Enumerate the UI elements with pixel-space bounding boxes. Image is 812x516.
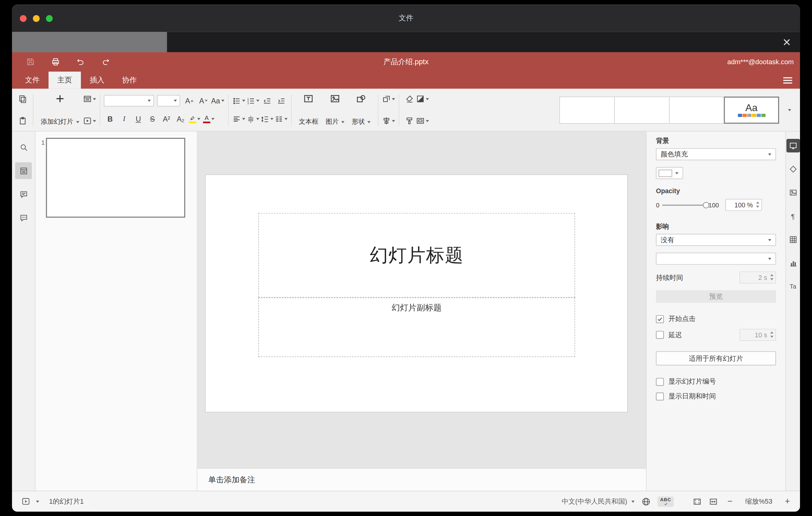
opacity-input[interactable]: 100 % <box>725 199 762 211</box>
comments-sidebar-button[interactable] <box>15 186 32 202</box>
undo-button[interactable] <box>75 56 86 67</box>
minimize-traffic-light[interactable] <box>33 15 40 22</box>
slide[interactable]: 幻灯片标题 幻灯片副标题 <box>205 175 627 412</box>
fit-slide-icon[interactable] <box>693 496 702 506</box>
opacity-down-icon[interactable] <box>756 205 759 208</box>
delay-checkbox[interactable] <box>656 331 664 339</box>
slide-settings-button[interactable] <box>786 139 800 152</box>
zoom-out-button[interactable]: − <box>725 497 735 506</box>
chart-settings-button[interactable] <box>786 256 800 270</box>
account-email[interactable]: adm***@dootask.com <box>727 58 793 66</box>
close-traffic-light[interactable] <box>20 15 27 22</box>
clear-style-button[interactable] <box>403 92 416 105</box>
bold-button[interactable]: B <box>104 113 117 125</box>
font-name-combo[interactable] <box>104 95 154 107</box>
redo-button[interactable] <box>100 56 111 67</box>
insert-textbox-button[interactable]: 文本框 <box>295 91 322 129</box>
chat-sidebar-button[interactable] <box>15 209 32 226</box>
effect-select[interactable]: 没有 <box>656 234 776 246</box>
align-shape-button[interactable] <box>382 114 395 127</box>
highlight-color-button[interactable] <box>188 113 201 125</box>
slides-sidebar-button[interactable] <box>15 162 32 179</box>
increase-indent-button[interactable] <box>274 94 287 107</box>
theme-tile-2[interactable] <box>614 96 669 123</box>
slide-thumbnail[interactable] <box>46 138 185 218</box>
title-placeholder[interactable]: 幻灯片标题 <box>258 213 575 297</box>
slideshow-chevron-icon[interactable] <box>36 500 39 503</box>
insert-image-button[interactable]: 图片 <box>322 91 348 129</box>
print-button[interactable] <box>50 56 61 67</box>
line-spacing-button[interactable] <box>260 113 273 125</box>
change-case-button[interactable]: Aa <box>211 94 224 107</box>
slide-size-button[interactable] <box>416 114 429 127</box>
copy-style-button[interactable] <box>403 114 416 127</box>
underline-button[interactable]: U <box>132 113 145 125</box>
image-settings-button[interactable] <box>786 186 800 199</box>
theme-gallery-more-button[interactable] <box>782 96 796 123</box>
theme-tile-3[interactable] <box>669 96 724 123</box>
tab-file[interactable]: 文件 <box>16 71 49 89</box>
numbering-button[interactable] <box>246 94 259 107</box>
notes-area[interactable]: 单击添加备注 <box>197 468 646 491</box>
fit-width-icon[interactable] <box>709 496 718 506</box>
decrease-font-button[interactable]: A <box>197 94 210 107</box>
start-slideshow-button[interactable] <box>83 114 96 127</box>
copy-button[interactable] <box>16 92 29 105</box>
strikethrough-button[interactable]: S <box>146 113 159 125</box>
table-settings-button[interactable] <box>786 233 800 246</box>
arrange-shape-button[interactable] <box>382 92 395 105</box>
italic-button[interactable]: I <box>118 113 130 125</box>
language-selector[interactable]: 中文(中华人民共和国) <box>562 496 635 506</box>
search-sidebar-button[interactable] <box>15 139 32 155</box>
font-color-bar <box>203 122 210 123</box>
subscript-button[interactable]: A₂ <box>174 113 187 125</box>
add-slide-button[interactable]: 添加幻灯片 <box>37 91 83 129</box>
menu-hamburger-icon[interactable] <box>783 77 792 83</box>
fullscreen-traffic-light[interactable] <box>46 15 53 22</box>
preview-button[interactable]: 预览 <box>656 290 776 303</box>
bullets-button[interactable] <box>232 94 245 107</box>
apply-all-slides-button[interactable]: 适用于所有幻灯片 <box>656 351 776 365</box>
background-fill-select[interactable]: 颜色填充 <box>656 148 776 160</box>
font-size-combo[interactable] <box>157 95 179 107</box>
paste-button[interactable] <box>16 114 29 127</box>
save-button[interactable] <box>25 56 36 67</box>
zoom-in-button[interactable]: + <box>782 497 793 506</box>
subtitle-placeholder[interactable]: 幻灯片副标题 <box>258 297 575 357</box>
theme-tile-selected[interactable]: Aa <box>724 96 779 123</box>
spellcheck-button[interactable]: ABC <box>658 496 673 507</box>
superscript-button[interactable]: A² <box>160 113 173 125</box>
decrease-indent-button[interactable] <box>260 94 273 107</box>
shape-fill-button[interactable] <box>416 92 429 105</box>
effect-type-select[interactable] <box>656 253 776 265</box>
slide-canvas[interactable]: 幻灯片标题 幻灯片副标题 <box>197 132 646 468</box>
columns-button[interactable] <box>274 113 287 125</box>
delay-input[interactable]: 10 s <box>740 329 776 341</box>
textart-settings-button[interactable]: Ta <box>786 280 800 293</box>
show-date-time-checkbox[interactable] <box>656 392 664 400</box>
set-language-globe-icon[interactable] <box>641 496 651 506</box>
vertical-align-button[interactable] <box>246 113 259 125</box>
font-color-button[interactable]: A <box>202 113 215 125</box>
shape-settings-button[interactable] <box>786 162 800 176</box>
left-iconbar <box>12 132 35 491</box>
background-color-picker[interactable] <box>656 167 683 179</box>
start-on-click-row: 开始点击 <box>656 314 776 323</box>
horizontal-align-button[interactable] <box>232 113 245 125</box>
opacity-slider-knob[interactable] <box>703 202 709 208</box>
opacity-slider[interactable] <box>662 204 706 205</box>
insert-shape-button[interactable]: 形状 <box>348 91 374 129</box>
tab-insert[interactable]: 插入 <box>81 71 113 89</box>
start-slideshow-status-button[interactable] <box>20 495 32 508</box>
show-slide-number-checkbox[interactable] <box>656 378 664 385</box>
opacity-up-icon[interactable] <box>756 202 759 204</box>
duration-input[interactable]: 2 s <box>740 271 776 284</box>
close-button[interactable]: ✕ <box>782 37 791 47</box>
slide-layout-button[interactable] <box>83 92 96 105</box>
start-on-click-checkbox[interactable] <box>656 315 664 323</box>
tab-collaboration[interactable]: 协作 <box>113 71 146 89</box>
theme-tile-1[interactable] <box>559 96 614 123</box>
increase-font-button[interactable]: A <box>183 94 196 107</box>
tab-home[interactable]: 主页 <box>49 71 81 89</box>
paragraph-settings-button[interactable]: ¶ <box>786 209 800 223</box>
